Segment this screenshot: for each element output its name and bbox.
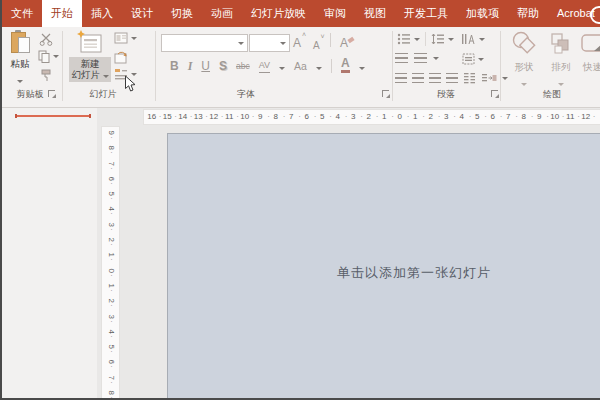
- tab-addins[interactable]: 加载项: [457, 0, 508, 27]
- horizontal-ruler: 161514131211109876543210123456789101112: [143, 109, 600, 125]
- line-spacing-icon: [431, 33, 445, 45]
- ruler-number: 3: [346, 110, 362, 124]
- cut-button[interactable]: [39, 33, 53, 46]
- align-center-button[interactable]: [412, 73, 424, 84]
- slide-layout-button[interactable]: [114, 32, 137, 44]
- align-text-icon: [462, 53, 475, 65]
- font-size-combobox[interactable]: [249, 34, 290, 52]
- ruler-number: 1: [103, 249, 118, 266]
- arrange-dropdown-arrow: [558, 83, 564, 86]
- ruler-number: 3: [439, 110, 455, 124]
- line-spacing-button[interactable]: [431, 33, 454, 45]
- paragraph-dialog-launcher[interactable]: [491, 90, 498, 97]
- ruler-number: 4: [454, 110, 470, 124]
- window-left-border: [0, 0, 2, 400]
- copy-dropdown-arrow: [53, 55, 59, 58]
- ruler-number: 9: [532, 110, 548, 124]
- ruler-number: 6: [103, 356, 118, 373]
- shapes-label: 形状: [508, 61, 540, 72]
- align-right-button[interactable]: [429, 73, 441, 84]
- ruler-number: 0: [392, 110, 408, 124]
- character-spacing-button[interactable]: AV: [259, 58, 270, 73]
- quick-styles-button[interactable]: 快速样式: [580, 31, 600, 72]
- convert-smartart-icon[interactable]: [481, 72, 497, 84]
- tab-file[interactable]: 文件: [2, 0, 42, 27]
- ribbon-tab-bar: 文件 开始 插入 设计 切换 动画 幻灯片放映 审阅 视图 开发工具 加载项 帮…: [0, 0, 600, 27]
- font-size-dropdown-arrow: [280, 42, 286, 45]
- ruler-number: 6: [485, 110, 501, 124]
- arrange-label: 排列: [545, 61, 577, 72]
- slide-canvas[interactable]: 单击以添加第一张幻灯片: [167, 133, 600, 400]
- justify-button[interactable]: [446, 73, 458, 84]
- ruler-number: 8: [516, 110, 532, 124]
- reset-slide-icon: [114, 51, 128, 64]
- alignment-row: [395, 72, 508, 84]
- clear-formatting-button[interactable]: A: [340, 33, 348, 51]
- clipboard-group-label: 剪贴板: [17, 88, 44, 101]
- indent-dropdown-arrow: [433, 57, 439, 60]
- underline-button[interactable]: U: [201, 59, 210, 73]
- shrink-caret: ˅: [321, 33, 325, 40]
- ruler-number: 4: [103, 203, 118, 220]
- powerpoint-window: 文件 开始 插入 设计 切换 动画 幻灯片放映 审阅 视图 开发工具 加载项 帮…: [0, 0, 600, 400]
- grow-font-button[interactable]: A ˄: [293, 33, 301, 51]
- font-format-row: B I U S abc AV Aa A: [170, 56, 365, 73]
- slide-placeholder-text[interactable]: 单击以添加第一张幻灯片: [337, 264, 491, 282]
- new-slide-label-line2: 幻灯片: [69, 69, 111, 80]
- tab-review[interactable]: 审阅: [315, 0, 355, 27]
- ruler-number: 16: [144, 110, 160, 124]
- bold-button[interactable]: B: [170, 59, 179, 73]
- italic-button[interactable]: I: [188, 59, 193, 73]
- tab-insert[interactable]: 插入: [82, 0, 122, 27]
- ruler-number: 6: [299, 110, 315, 124]
- bullets-button[interactable]: [397, 33, 420, 45]
- text-shadow-button[interactable]: S: [219, 59, 227, 73]
- font-name-combobox[interactable]: [161, 34, 248, 52]
- ruler-number: 14: [175, 110, 191, 124]
- clipboard-dialog-launcher[interactable]: [48, 90, 55, 97]
- ruler-number: 5: [470, 110, 486, 124]
- tab-view[interactable]: 视图: [355, 0, 395, 27]
- layout-dropdown-arrow: [131, 37, 137, 40]
- shrink-font-button[interactable]: A ˅: [313, 35, 320, 53]
- ruler-number: 8: [268, 110, 284, 124]
- quick-styles-label: 快速样式: [580, 61, 600, 72]
- change-case-dropdown-arrow: [316, 67, 322, 70]
- format-painter-button[interactable]: [40, 69, 53, 82]
- strikethrough-button[interactable]: abc: [236, 59, 250, 73]
- drawing-group-label: 绘图: [543, 88, 561, 101]
- font-dialog-launcher[interactable]: [382, 90, 389, 97]
- format-painter-icon: [40, 69, 53, 82]
- align-left-button[interactable]: [395, 73, 407, 84]
- tab-slideshow[interactable]: 幻灯片放映: [242, 0, 315, 27]
- slide-thumbnail-pane[interactable]: [0, 108, 97, 400]
- tab-animations[interactable]: 动画: [202, 0, 242, 27]
- grow-caret: ˄: [302, 31, 306, 38]
- text-direction-button[interactable]: [461, 33, 485, 45]
- tab-help[interactable]: 帮助: [508, 0, 548, 27]
- new-slide-button[interactable]: 新建 幻灯片: [69, 30, 111, 80]
- arrange-button[interactable]: 排列: [545, 31, 577, 90]
- columns-icon[interactable]: [463, 72, 476, 84]
- change-case-button[interactable]: Aa: [294, 59, 307, 73]
- align-text-button[interactable]: [462, 53, 484, 65]
- decrease-indent-button[interactable]: [395, 53, 408, 64]
- ruler-number: 2: [361, 110, 377, 124]
- font-color-button[interactable]: A: [341, 56, 350, 73]
- tab-transitions[interactable]: 切换: [162, 0, 202, 27]
- shapes-button[interactable]: 形状: [508, 31, 540, 90]
- text-direction-dropdown-arrow: [479, 38, 485, 41]
- tab-home[interactable]: 开始: [42, 0, 82, 27]
- new-slide-dropdown-arrow: [103, 75, 109, 78]
- reset-slide-button[interactable]: [114, 51, 128, 64]
- paste-dropdown-arrow[interactable]: [17, 80, 23, 83]
- tab-design[interactable]: 设计: [122, 0, 162, 27]
- increase-indent-button[interactable]: [414, 53, 427, 64]
- ruler-number: 15: [160, 110, 176, 124]
- align-text-dropdown-arrow: [478, 58, 484, 61]
- paste-button[interactable]: 粘贴: [5, 31, 35, 87]
- copy-button[interactable]: [38, 50, 59, 63]
- group-divider: [155, 31, 156, 101]
- tab-developer[interactable]: 开发工具: [395, 0, 457, 27]
- mini-divider: [331, 59, 332, 73]
